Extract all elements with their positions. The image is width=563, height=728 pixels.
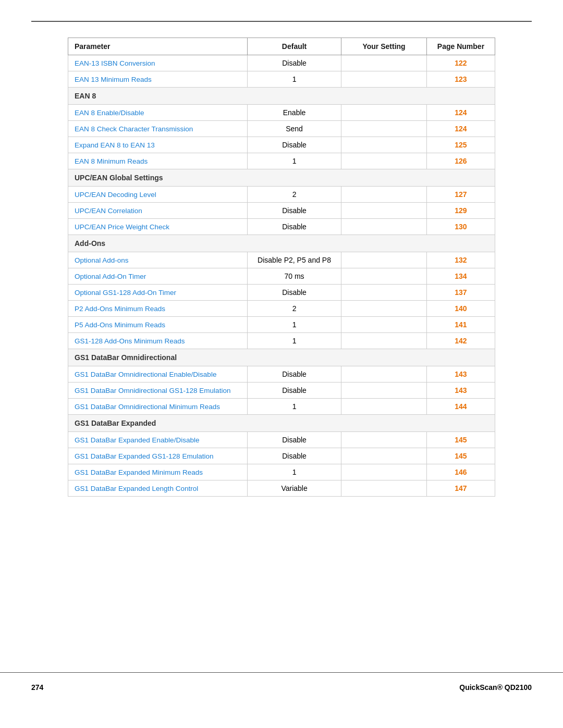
your-setting-cell xyxy=(341,71,427,88)
default-cell: Disable xyxy=(247,366,341,382)
param-cell: UPC/EAN Correlation xyxy=(68,203,248,219)
table-row: P2 Add-Ons Minimum Reads2140 xyxy=(68,301,495,317)
table-row: GS1 DataBar Omnidirectional GS1-128 Emul… xyxy=(68,382,495,399)
page-num-cell: 127 xyxy=(426,187,495,203)
page-num-cell: 143 xyxy=(426,382,495,399)
default-cell: Disable xyxy=(247,285,341,301)
page-num-cell: 123 xyxy=(426,71,495,88)
page-num-cell: 145 xyxy=(426,448,495,464)
table-row: EAN 8 Check Character TransmissionSend12… xyxy=(68,121,495,137)
param-cell: UPC/EAN Decoding Level xyxy=(68,187,248,203)
default-cell: 1 xyxy=(247,333,341,349)
footer-page-number: 274 xyxy=(31,683,43,692)
table-row: GS1 DataBar Expanded Length ControlVaria… xyxy=(68,480,495,497)
default-cell: 1 xyxy=(247,153,341,169)
your-setting-cell xyxy=(341,252,427,268)
param-cell: P5 Add-Ons Minimum Reads xyxy=(68,317,248,333)
page-num-cell: 140 xyxy=(426,301,495,317)
page-num-cell: 130 xyxy=(426,219,495,235)
table-row: EAN 8 Minimum Reads1126 xyxy=(68,153,495,169)
page-container: Parameter Default Your Setting Page Numb… xyxy=(0,0,563,728)
your-setting-cell xyxy=(341,121,427,137)
default-cell: Disable xyxy=(247,219,341,235)
param-cell: EAN-13 ISBN Conversion xyxy=(68,55,248,71)
page-num-cell: 124 xyxy=(426,121,495,137)
table-row: GS1 DataBar Expanded Minimum Reads1146 xyxy=(68,464,495,480)
default-cell: Disable xyxy=(247,137,341,153)
your-setting-cell xyxy=(341,382,427,399)
page-num-cell: 124 xyxy=(426,105,495,121)
table-row: GS1-128 Add-Ons Minimum Reads1142 xyxy=(68,333,495,349)
your-setting-cell xyxy=(341,55,427,71)
table-row: Optional GS1-128 Add-On TimerDisable137 xyxy=(68,285,495,301)
your-setting-cell xyxy=(341,464,427,480)
col-header-page-number: Page Number xyxy=(426,38,495,55)
section-header-row: EAN 8 xyxy=(68,88,495,105)
table-row: EAN 13 Minimum Reads1123 xyxy=(68,71,495,88)
param-cell: EAN 8 Check Character Transmission xyxy=(68,121,248,137)
table-row: GS1 DataBar Omnidirectional Minimum Read… xyxy=(68,399,495,415)
param-cell: GS1-128 Add-Ons Minimum Reads xyxy=(68,333,248,349)
section-header-row: GS1 DataBar Expanded xyxy=(68,415,495,432)
page-footer: 274 QuickScan® QD2100 xyxy=(0,672,563,697)
param-cell: Expand EAN 8 to EAN 13 xyxy=(68,137,248,153)
param-cell: EAN 13 Minimum Reads xyxy=(68,71,248,88)
page-num-cell: 142 xyxy=(426,333,495,349)
parameter-table: Parameter Default Your Setting Page Numb… xyxy=(68,38,495,497)
table-row: Expand EAN 8 to EAN 13Disable125 xyxy=(68,137,495,153)
param-cell: Optional Add-On Timer xyxy=(68,268,248,285)
default-cell: 2 xyxy=(247,301,341,317)
your-setting-cell xyxy=(341,137,427,153)
table-row: Optional Add-On Timer70 ms134 xyxy=(68,268,495,285)
section-header-row: UPC/EAN Global Settings xyxy=(68,169,495,187)
your-setting-cell xyxy=(341,187,427,203)
section-header-cell: GS1 DataBar Expanded xyxy=(68,415,495,432)
default-cell: 2 xyxy=(247,187,341,203)
default-cell: 1 xyxy=(247,464,341,480)
page-num-cell: 141 xyxy=(426,317,495,333)
section-header-cell: UPC/EAN Global Settings xyxy=(68,169,495,187)
param-cell: P2 Add-Ons Minimum Reads xyxy=(68,301,248,317)
top-border xyxy=(31,21,532,22)
default-cell: Variable xyxy=(247,480,341,497)
default-cell: 1 xyxy=(247,399,341,415)
default-cell: Disable xyxy=(247,432,341,448)
page-num-cell: 125 xyxy=(426,137,495,153)
page-num-cell: 129 xyxy=(426,203,495,219)
your-setting-cell xyxy=(341,153,427,169)
table-row: UPC/EAN Decoding Level2127 xyxy=(68,187,495,203)
default-cell: 70 ms xyxy=(247,268,341,285)
your-setting-cell xyxy=(341,268,427,285)
param-cell: UPC/EAN Price Weight Check xyxy=(68,219,248,235)
param-cell: Optional GS1-128 Add-On Timer xyxy=(68,285,248,301)
param-cell: GS1 DataBar Expanded Enable/Disable xyxy=(68,432,248,448)
param-cell: GS1 DataBar Expanded Minimum Reads xyxy=(68,464,248,480)
table-row: EAN 8 Enable/DisableEnable124 xyxy=(68,105,495,121)
table-row: GS1 DataBar Expanded Enable/DisableDisab… xyxy=(68,432,495,448)
page-num-cell: 132 xyxy=(426,252,495,268)
col-header-parameter: Parameter xyxy=(68,38,248,55)
section-header-cell: EAN 8 xyxy=(68,88,495,105)
default-cell: Disable P2, P5 and P8 xyxy=(247,252,341,268)
your-setting-cell xyxy=(341,480,427,497)
table-row: Optional Add-onsDisable P2, P5 and P8132 xyxy=(68,252,495,268)
default-cell: Disable xyxy=(247,203,341,219)
default-cell: Disable xyxy=(247,55,341,71)
your-setting-cell xyxy=(341,399,427,415)
section-header-cell: Add-Ons xyxy=(68,235,495,252)
param-cell: GS1 DataBar Expanded GS1-128 Emulation xyxy=(68,448,248,464)
page-num-cell: 145 xyxy=(426,432,495,448)
param-cell: GS1 DataBar Omnidirectional Minimum Read… xyxy=(68,399,248,415)
col-header-your-setting: Your Setting xyxy=(341,38,427,55)
default-cell: Disable xyxy=(247,382,341,399)
your-setting-cell xyxy=(341,317,427,333)
default-cell: Send xyxy=(247,121,341,137)
page-num-cell: 122 xyxy=(426,55,495,71)
section-header-row: Add-Ons xyxy=(68,235,495,252)
your-setting-cell xyxy=(341,219,427,235)
param-cell: EAN 8 Enable/Disable xyxy=(68,105,248,121)
your-setting-cell xyxy=(341,432,427,448)
page-num-cell: 146 xyxy=(426,464,495,480)
default-cell: 1 xyxy=(247,317,341,333)
your-setting-cell xyxy=(341,285,427,301)
